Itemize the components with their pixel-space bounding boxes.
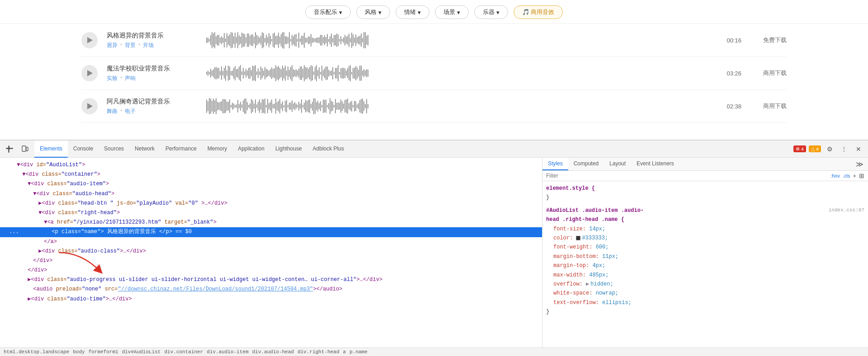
css-prop-margin-top: margin-top: 4px; [553,261,864,270]
breadcrumb-body[interactable]: body [73,349,85,355]
devtools-toolbar: Elements Console Sources Network Perform… [0,141,868,158]
styles-filter-input[interactable] [546,173,828,179]
play-button-3[interactable] [81,98,98,114]
dom-line-9[interactable]: </a> [0,237,542,247]
music-tag-3-1[interactable]: 电子 [125,108,136,115]
waveform-3 [206,97,710,115]
toolbar-right: ⊗ 4 △ 4 ⚙ ⋮ ✕ [793,143,864,155]
music-tag-1-0[interactable]: 迥异 [107,42,118,49]
tab-memory[interactable]: Memory [202,141,232,158]
waveform-2 [206,64,710,82]
music-tag-2-0[interactable]: 实验 [107,75,118,82]
music-list: 风格迥异的背景音乐 迥异 • 背景 • 开场 00:16 免费下载 魔法学校职业… [0,24,868,123]
tab-styles[interactable]: Styles [542,158,568,170]
dom-line-7[interactable]: ▼<a href="/yinxiao/210711322293.htm" tar… [0,218,542,227]
music-download-1[interactable]: 免费下载 [750,36,787,44]
dom-line-4[interactable]: ▼<div class="audio-head"> [0,189,542,199]
settings-icon[interactable]: ⚙ [824,143,835,155]
nav-pills-row: 音乐配乐 ▾ 风格 ▾ 情绪 ▾ 场景 ▾ 乐器 ▾ 🎵 商用音效 [0,0,868,24]
tab-console[interactable]: Console [68,141,99,158]
nav-pill-instrument[interactable]: 乐器 ▾ [474,5,508,19]
music-item-2: 魔法学校职业背景音乐 实验 • 声响 03:26 商用下载 [81,57,787,90]
music-item-1: 风格迥异的背景音乐 迥异 • 背景 • 开场 00:16 免费下载 [81,24,787,57]
devtools-tabs: Elements Console Sources Network Perform… [34,141,790,158]
play-icon-1 [87,37,93,43]
music-tags-3: 舞曲 • 电子 [107,108,197,115]
music-tag-3-0[interactable]: 舞曲 [107,108,118,115]
dom-line-10[interactable]: ▶<div class="audio-class">…</div> [0,247,542,256]
devtools-body: ▼<div id="AudioList"> ▼<div class="conta… [0,158,868,347]
tab-application[interactable]: Application [232,141,270,158]
music-info-2: 魔法学校职业背景音乐 实验 • 声响 [107,65,197,82]
tab-adblock[interactable]: Adblock Plus [307,141,349,158]
tab-computed[interactable]: Computed [568,158,604,170]
dom-line-12[interactable]: </div> [0,266,542,275]
more-style-options[interactable]: ⊞ [859,172,864,179]
css-prop-margin-bottom: margin-bottom: 11px; [553,252,864,261]
styles-panel: Styles Computed Layout Event Listeners ≫… [542,158,868,347]
music-tag-1-2[interactable]: 开场 [143,42,154,49]
tab-network[interactable]: Network [129,141,160,158]
error-badge: ⊗ 4 [793,145,806,152]
music-download-3[interactable]: 商用下载 [750,102,787,110]
nav-pill-mood[interactable]: 情绪 ▾ [396,5,429,19]
inspect-element-icon[interactable] [4,143,15,155]
styles-tab-row: Styles Computed Layout Event Listeners ≫ [542,158,868,171]
tab-event-listeners[interactable]: Event Listeners [631,158,679,170]
dom-line-15[interactable]: ▶<div class="audio-time">…</div> [0,295,542,304]
more-options-icon[interactable]: ⋮ [838,143,850,155]
breadcrumb-audio-item[interactable]: div.audio-item [207,349,248,355]
breadcrumb-audio-head[interactable]: div.audio-head [252,349,294,355]
hover-pseudo-filter[interactable]: :hov [830,173,840,178]
tab-layout[interactable]: Layout [604,158,631,170]
tab-performance[interactable]: Performance [160,141,202,158]
music-title-3: 阿凡搁奇遇记背景音乐 [107,98,197,106]
nav-pill-scene[interactable]: 场景 ▾ [435,5,469,19]
breadcrumb-container[interactable]: div.container [164,349,203,355]
tab-lighthouse[interactable]: Lighthouse [270,141,307,158]
breadcrumb-right-head[interactable]: div.right-head [297,349,339,355]
music-duration-3: 02:38 [719,103,741,110]
dom-line-1[interactable]: ▼<div id="AudioList"> [0,160,542,170]
expand-styles-icon[interactable]: ≫ [854,158,865,170]
class-filter[interactable]: .cls [843,173,850,178]
dom-line-14[interactable]: <audio preload="none" src="//downsc.chin… [0,285,542,294]
music-download-2[interactable]: 商用下载 [750,69,787,77]
music-duration-2: 03:26 [719,70,741,77]
dom-line-13[interactable]: ▶<div class="audio-progress ui-slider ui… [0,275,542,285]
music-title-1: 风格迥异的背景音乐 [107,32,197,40]
dom-line-3[interactable]: ▼<div class="audio-item"> [0,179,542,189]
breadcrumb-p-name[interactable]: p.name [349,349,368,355]
styles-filter-bar: :hov .cls + ⊞ [542,171,868,181]
styles-content: element.style { } #AudioList .audio-item… [542,181,868,347]
css-prop-font-weight: font-weight: 600; [553,243,864,252]
nav-pill-music[interactable]: 音乐配乐 ▾ [305,5,351,19]
commercial-btn[interactable]: 🎵 商用音效 [514,5,563,19]
breadcrumb-a[interactable]: a [343,349,346,355]
music-tag-1-1[interactable]: 背景 [125,42,136,49]
dom-line-6[interactable]: ▼<div class="right-head"> [0,208,542,218]
add-style-rule[interactable]: + [853,173,856,179]
dom-panel[interactable]: ▼<div id="AudioList"> ▼<div class="conta… [0,158,542,347]
tab-sources[interactable]: Sources [99,141,129,158]
css-prop-whitespace: white-space: nowrap; [553,289,864,298]
play-button-2[interactable] [81,65,98,81]
css-prop-color: color: #333333; [553,234,864,243]
device-toolbar-icon[interactable] [19,143,31,155]
dom-line-11[interactable]: </div> [0,256,542,266]
music-tag-2-1[interactable]: 声响 [125,75,136,82]
tab-elements[interactable]: Elements [34,141,68,158]
css-prop-overflow: overflow: ▶hidden; [553,280,864,289]
breadcrumb-form[interactable]: form#form1 [89,349,118,355]
breadcrumb-audiolist[interactable]: div#AudioList [122,349,161,355]
breadcrumb-html[interactable]: html.desktop.landscape [4,349,69,355]
dom-line-2[interactable]: ▼<div class="container"> [0,170,542,179]
close-devtools-icon[interactable]: ✕ [853,143,864,155]
dom-line-5[interactable]: ▶<div class="head-btn " js-do="playAudio… [0,199,542,208]
nav-pill-style[interactable]: 风格 ▾ [356,5,390,19]
element-style-block: element.style { } [546,184,864,202]
play-button-1[interactable] [81,32,98,48]
music-info-1: 风格迥异的背景音乐 迥异 • 背景 • 开场 [107,32,197,49]
dom-scroller[interactable]: ▼<div id="AudioList"> ▼<div class="conta… [0,160,542,345]
dom-line-8-selected[interactable]: ... <p class="name"> 风格迥异的背景音乐 </p> == $… [0,227,542,237]
